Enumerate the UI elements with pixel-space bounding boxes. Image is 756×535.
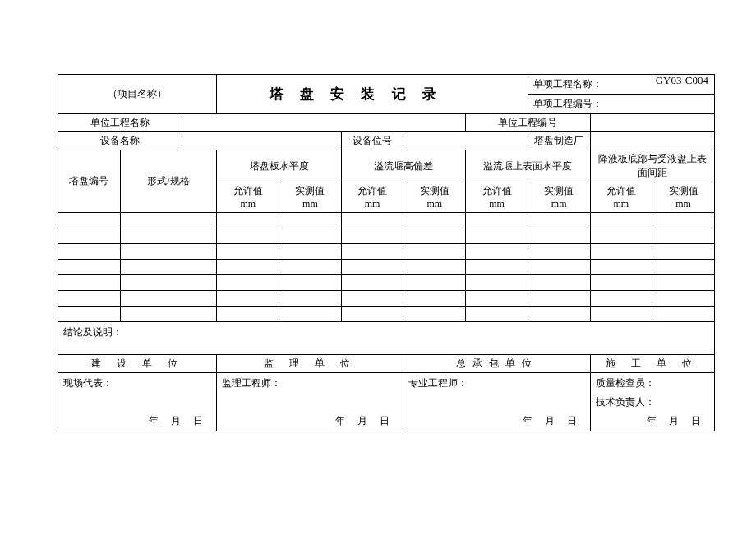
sig-supervision-unit: 监 理 单 位	[217, 355, 403, 373]
table-row	[58, 307, 715, 322]
main-table: （项目名称） 塔 盘 安 装 记 录 单项工程名称： 单项工程编号： 单位工程名…	[58, 74, 715, 431]
date-2: 年 月 日	[217, 413, 403, 431]
date-4: 年 月 日	[590, 413, 714, 431]
device-pos-label: 设备位号	[341, 132, 403, 150]
col-tray-no: 塔盘编号	[58, 150, 121, 213]
manufacturer-label: 塔盘制造厂	[528, 132, 590, 150]
table-row	[58, 213, 715, 228]
table-row	[58, 260, 715, 275]
unit-proj-name-label: 单位工程名称	[58, 114, 182, 132]
form-code: GY03-C004	[656, 74, 708, 87]
date-1: 年 月 日	[58, 413, 217, 431]
sig-supervisor-eng: 监理工程师：	[217, 373, 403, 413]
col-form-spec: 形式/规格	[120, 150, 217, 213]
col-group1: 塔盘板水平度	[217, 150, 341, 182]
table-row	[58, 228, 715, 244]
table-row	[58, 291, 715, 307]
sig-general-contractor: 总承包单位	[403, 355, 590, 373]
col-meas-4: 实测值mm	[652, 182, 715, 213]
table-row	[58, 275, 715, 291]
col-allow-4: 允许值mm	[590, 182, 652, 213]
col-meas-1: 实测值mm	[279, 182, 342, 213]
form-title: 塔 盘 安 装 记 录	[217, 75, 528, 114]
col-group2: 溢流堰高偏差	[341, 150, 465, 182]
unit-proj-code-label: 单位工程编号	[466, 114, 590, 132]
sig-builder-unit: 施 工 单 位	[590, 355, 714, 373]
unit-proj-name-value	[182, 114, 466, 132]
col-group4: 降液板底部与受液盘上表面间距	[590, 150, 714, 182]
manufacturer-value	[590, 132, 714, 150]
unit-proj-code-value	[590, 114, 714, 132]
sig-qc-tech: 质量检查员： 技术负责人：	[590, 373, 714, 413]
col-group3: 溢流堰上表面水平度	[466, 150, 590, 182]
date-3: 年 月 日	[403, 413, 590, 431]
single-project-code-label: 单项工程编号：	[528, 95, 714, 114]
sig-prof-eng: 专业工程师：	[403, 373, 590, 413]
conclusion-label: 结论及说明：	[58, 322, 715, 355]
project-name-label: （项目名称）	[58, 75, 217, 114]
col-allow-3: 允许值mm	[466, 182, 528, 213]
device-name-label: 设备名称	[58, 132, 182, 150]
device-name-value	[182, 132, 341, 150]
col-allow-2: 允许值mm	[341, 182, 403, 213]
col-meas-3: 实测值mm	[528, 182, 590, 213]
sig-construction-unit: 建 设 单 位	[58, 355, 217, 373]
col-allow-1: 允许值mm	[217, 182, 279, 213]
device-pos-value	[403, 132, 528, 150]
table-row	[58, 244, 715, 260]
sig-site-rep: 现场代表：	[58, 373, 217, 413]
col-meas-2: 实测值mm	[403, 182, 466, 213]
